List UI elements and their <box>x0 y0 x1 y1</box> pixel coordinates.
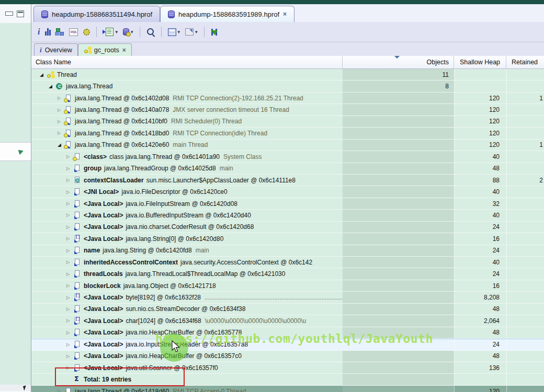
tree-expander-icon[interactable]: ▷ <box>66 213 73 217</box>
class-name-cell: ▷contextClassLoadersun.misc.Launcher$App… <box>31 175 343 186</box>
tree-expander-icon[interactable]: ▷ <box>66 318 73 323</box>
row-label: java.lang.Thread @ 0x6c1402d08 <box>75 95 169 102</box>
tab-overview[interactable]: i Overview <box>34 43 78 56</box>
shallow-heap-cell <box>454 69 506 80</box>
table-row[interactable]: ▷contextClassLoadersun.misc.Launcher$App… <box>31 175 544 186</box>
info-button[interactable]: i <box>38 27 40 37</box>
column-header-shallow-heap[interactable]: Shallow Heap <box>454 56 506 68</box>
column-header-class-name[interactable]: Class Name <box>31 56 343 68</box>
editor-tab-heapdump-1[interactable]: heapdump-1588683511494.hprof <box>33 6 160 22</box>
objects-cell <box>343 151 454 162</box>
loader-icon <box>73 177 81 184</box>
row-label-suffix: JMX server connection timeout 16 Thread <box>173 106 289 113</box>
histogram-button[interactable] <box>45 28 51 36</box>
tree-expander-icon[interactable]: ▷ <box>66 236 73 241</box>
table-row[interactable]: ◢java.lang.Thread @ 0x6c1420e60main Thre… <box>31 140 544 151</box>
tree-expander-icon[interactable]: ▷ <box>66 330 73 335</box>
tree-expander-icon[interactable]: ◢ <box>40 72 47 77</box>
minimize-icon[interactable] <box>5 11 13 16</box>
thread-icon <box>64 388 72 392</box>
table-row[interactable]: ▷<Java Local>java.io.InputStreamReader @… <box>31 339 544 350</box>
dominator-tree-button[interactable] <box>56 28 64 36</box>
table-row[interactable]: ▷inheritedAccessControlContextjava.secur… <box>31 257 544 268</box>
table-row[interactable]: ▷groupjava.lang.ThreadGroup @ 0x6c14025d… <box>31 163 544 175</box>
table-row[interactable]: ▷[]<Java Local>java.lang.String[0] @ 0x6… <box>31 233 544 245</box>
row-label: byte[8192] @ 0x6c1632f28 <box>126 294 201 301</box>
run-gc-button[interactable] <box>211 28 218 36</box>
tree-expander-icon[interactable]: ▷ <box>66 260 73 264</box>
table-row[interactable]: ▷java.lang.Thread @ 0x6c1410bf0RMI Sched… <box>31 116 544 128</box>
export-button[interactable]: ▾ <box>185 28 198 36</box>
table-row[interactable]: ▷[]<Java Local>char[1024] @ 0x6c1634f68\… <box>31 315 544 327</box>
calculator-button[interactable]: ▾ <box>168 28 180 36</box>
tree-expander-icon[interactable]: ▷ <box>66 295 73 300</box>
shallow-heap-cell: 24 <box>454 245 506 256</box>
table-row[interactable]: ▷<Java Local>java.nio.HeapCharBuffer @ 0… <box>31 351 544 362</box>
tree-expander-icon[interactable]: ▷ <box>66 342 73 347</box>
tab-gc-roots[interactable]: gc_roots × <box>78 43 132 56</box>
settings-button[interactable] <box>83 29 90 36</box>
report-button[interactable]: ▾ <box>103 28 118 36</box>
table-row[interactable]: ▷<Java Local>java.nio.charset.CoderResul… <box>31 222 544 233</box>
page-icon <box>73 188 81 195</box>
table-row[interactable]: ▷<Java Local>java.io.FileInputStream @ 0… <box>31 198 544 210</box>
table-row[interactable]: ▷namejava.lang.String @ 0x6c1420fd8main2… <box>31 245 544 257</box>
tree-expander-icon[interactable]: ▷ <box>58 389 64 392</box>
run-arrow-icon[interactable] <box>18 148 25 155</box>
tree-expander-icon[interactable]: ▷ <box>66 225 73 229</box>
table-row[interactable]: ▷<Java Local>sun.nio.cs.StreamDecoder @ … <box>31 304 544 315</box>
shallow-heap-cell: 120 <box>454 128 506 139</box>
table-row[interactable]: ▷java.lang.Thread @ 0x6c1418d60RMI TCP A… <box>31 386 544 392</box>
close-tab-icon[interactable]: × <box>122 47 126 54</box>
table-row[interactable]: ▷threadLocalsjava.lang.ThreadLocal$Threa… <box>31 268 544 280</box>
heapdump-file-icon <box>168 10 175 18</box>
table-row[interactable]: ▷java.lang.Thread @ 0x6c140a078JMX serve… <box>31 104 544 116</box>
table-row[interactable]: ▷blockerLockjava.lang.Object @ 0x6c14217… <box>31 280 544 292</box>
close-tab-icon[interactable]: × <box>283 10 287 18</box>
search-button[interactable] <box>146 28 155 36</box>
objects-cell <box>343 93 454 103</box>
row-label-bold: blockerLock <box>84 282 121 290</box>
row-label-suffix: RMI TCP Connection(2)-192.168.25.21 Thre… <box>173 95 303 102</box>
table-row[interactable]: ▷<JNI Local>java.io.FileDescriptor @ 0x6… <box>31 186 544 198</box>
maximize-icon[interactable] <box>17 10 24 17</box>
retained-heap-cell <box>506 339 544 350</box>
shallow-heap-cell: 120 <box>454 386 506 392</box>
tree-expander-icon[interactable]: ▷ <box>66 178 73 182</box>
retained-heap-cell <box>506 386 544 392</box>
tree-expander-icon[interactable]: ◢ <box>49 84 55 89</box>
oql-button[interactable]: OQL <box>69 28 78 36</box>
objects-cell <box>343 280 454 291</box>
tree-expander-icon[interactable]: ▷ <box>66 190 73 194</box>
table-row[interactable]: ▷<Java Local>java.nio.HeapCharBuffer @ 0… <box>31 327 544 339</box>
table-row[interactable]: ▷[]<Java Local>byte[8192] @ 0x6c1632f28.… <box>31 292 544 303</box>
class-name-cell: ▷groupjava.lang.ThreadGroup @ 0x6c14025d… <box>31 163 343 174</box>
tree-expander-icon[interactable]: ▷ <box>66 283 73 288</box>
tree-expander-icon[interactable]: ▷ <box>66 248 73 253</box>
retained-heap-cell <box>506 69 544 80</box>
row-label-bold: <Java Local> <box>84 352 123 360</box>
table-row[interactable]: ◢Thread11 <box>31 69 544 80</box>
array-icon: [] <box>73 235 81 243</box>
tree-expander-icon[interactable]: ▷ <box>66 201 73 206</box>
tree-expander-icon[interactable]: ▷ <box>66 354 73 359</box>
calculator-icon <box>168 28 176 36</box>
column-header-retained-heap[interactable]: Retained <box>506 56 544 68</box>
table-row[interactable]: ▷java.lang.Thread @ 0x6c1402d08RMI TCP C… <box>31 93 544 104</box>
row-label-bold: inheritedAccessControlContext <box>84 259 178 266</box>
row-label: Thread <box>57 71 77 78</box>
table-row[interactable]: ▷java.lang.Thread @ 0x6c1418bd0RMI TCP C… <box>31 128 544 139</box>
table-row[interactable]: ▷<class>class java.lang.Thread @ 0x6c140… <box>31 151 544 163</box>
tree-expander-icon[interactable]: ▷ <box>66 166 73 171</box>
shallow-heap-cell: 40 <box>454 186 506 197</box>
tree-expander-icon[interactable]: ▷ <box>66 272 73 276</box>
tree-expander-icon[interactable]: ▷ <box>66 307 73 312</box>
heap-objects-button[interactable]: ▾ <box>123 28 133 36</box>
thread-icon <box>64 118 72 125</box>
left-view-panel <box>0 4 31 392</box>
class-name-cell: ▷<Java Local>sun.nio.cs.StreamDecoder @ … <box>31 304 343 315</box>
retained-heap-cell <box>506 327 544 338</box>
table-row[interactable]: ▷<Java Local>java.io.BufferedInputStream… <box>31 210 544 221</box>
editor-tab-heapdump-2[interactable]: heapdump-1588683591989.hprof × <box>160 6 294 22</box>
table-row[interactable]: ◢java.lang.Thread8 <box>31 80 544 92</box>
